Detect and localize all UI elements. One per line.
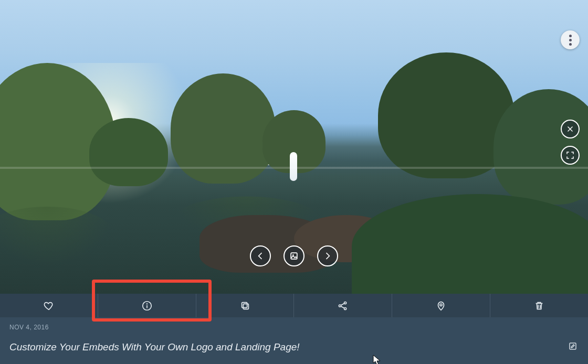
info-button[interactable]	[98, 294, 196, 317]
tree	[89, 118, 168, 186]
svg-rect-7	[243, 304, 248, 309]
pin-icon	[435, 300, 447, 312]
image-nav	[250, 245, 338, 266]
more-options-button[interactable]	[561, 30, 580, 49]
svg-line-12	[341, 303, 344, 305]
chevron-right-icon	[322, 251, 333, 261]
thumbnail-view-button[interactable]	[284, 245, 304, 266]
copy-button[interactable]	[196, 294, 294, 317]
next-image-button[interactable]	[317, 245, 338, 266]
footer: NOV 4, 2016 Customize Your Embeds With Y…	[0, 317, 588, 364]
edit-caption-button[interactable]	[568, 341, 578, 353]
kebab-icon	[569, 35, 572, 46]
delete-button[interactable]	[490, 294, 588, 317]
mouse-cursor	[373, 355, 381, 364]
svg-point-10	[344, 302, 346, 304]
svg-line-13	[341, 306, 344, 308]
chevron-left-icon	[255, 251, 266, 261]
share-icon	[337, 300, 349, 312]
svg-rect-2	[291, 253, 297, 259]
photo-caption: Customize Your Embeds With Your Own Logo…	[9, 341, 300, 353]
copy-icon	[239, 300, 251, 312]
previous-image-button[interactable]	[250, 245, 271, 266]
heart-icon	[43, 300, 55, 312]
svg-point-11	[344, 307, 346, 309]
edit-icon	[568, 341, 578, 351]
trash-icon	[533, 300, 545, 312]
gallery-icon	[289, 251, 299, 261]
share-button[interactable]	[293, 294, 392, 317]
close-button[interactable]	[561, 120, 580, 138]
location-button[interactable]	[392, 294, 490, 317]
svg-point-5	[146, 303, 148, 304]
water-line	[0, 167, 588, 169]
fullscreen-button[interactable]	[561, 146, 580, 165]
bush	[352, 194, 588, 294]
fullscreen-icon	[565, 151, 575, 160]
svg-point-9	[339, 304, 341, 306]
svg-point-14	[440, 304, 442, 306]
svg-rect-17	[570, 343, 576, 349]
info-icon	[141, 300, 153, 312]
svg-marker-18	[373, 355, 380, 364]
svg-rect-8	[242, 302, 247, 307]
close-icon	[565, 124, 575, 134]
favorite-button[interactable]	[0, 294, 98, 317]
photo-date: NOV 4, 2016	[9, 324, 49, 331]
action-toolbar	[0, 294, 588, 317]
